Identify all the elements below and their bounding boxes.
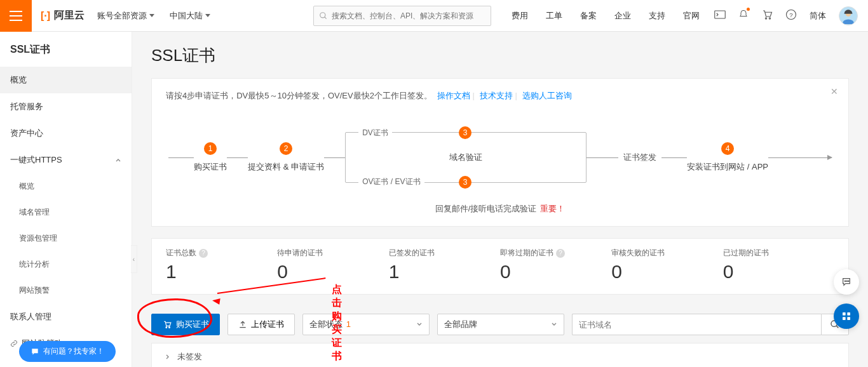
- user-avatar[interactable]: [839, 6, 858, 25]
- float-chat-icon[interactable]: [834, 269, 859, 295]
- brand-name: 阿里云: [54, 9, 85, 22]
- step-number-icon: 4: [721, 142, 734, 155]
- sidebar: SSL证书 概览 托管服务 资产中心 一键式HTTPS 概览 域名管理 资源包管…: [0, 32, 132, 367]
- page-title: SSL证书: [151, 44, 849, 67]
- caret-down-icon: [149, 14, 154, 17]
- topnav-icp[interactable]: 备案: [571, 10, 606, 22]
- cloudshell-icon[interactable]: [714, 10, 726, 21]
- action-bar: 购买证书 上传证书 全部状态 1 全部品牌: [151, 314, 849, 335]
- svg-point-17: [846, 281, 847, 281]
- stat-total: 证书总数?1: [166, 248, 277, 283]
- region-dropdown[interactable]: 中国大陆: [162, 10, 218, 22]
- intro-card: ✕ 请按4步申请证书，DV最快5～10分钟签发，OV/EV最快2个工作日签发。 …: [151, 78, 849, 227]
- svg-rect-20: [847, 312, 850, 316]
- sidebar-item-assets[interactable]: 资产中心: [0, 120, 132, 147]
- brand-logo[interactable]: [·] 阿里云: [32, 9, 90, 22]
- flow-step-4: 4 安装证书到网站 / APP: [687, 142, 768, 173]
- float-apps-icon[interactable]: [834, 304, 859, 329]
- account-scope-dropdown[interactable]: 账号全部资源: [90, 10, 162, 22]
- sidebar-title: SSL证书: [0, 32, 132, 67]
- top-nav: 费用 工单 备案 企业 支持 官网: [503, 10, 709, 22]
- svg-rect-2: [10, 20, 22, 21]
- sidebar-item-https[interactable]: 一键式HTTPS: [0, 147, 132, 173]
- flow-diagram: 1 购买证书 2 提交资料 & 申请证书 DV证书 3 域名验证 OV证书 / …: [166, 132, 834, 189]
- buy-cert-button[interactable]: 购买证书: [151, 314, 220, 335]
- svg-point-11: [843, 19, 853, 24]
- help-icon[interactable]: ?: [785, 9, 797, 22]
- main-content: SSL证书 ✕ 请按4步申请证书，DV最快5～10分钟签发，OV/EV最快2个工…: [132, 32, 868, 367]
- stats-card: 证书总数?1 待申请的证书0 已签发的证书1 即将过期的证书?0 审核失败的证书…: [151, 238, 849, 295]
- intro-link-support[interactable]: 技术支持: [480, 91, 513, 100]
- stat-pending: 待申请的证书0: [277, 248, 388, 283]
- intro-text: 请按4步申请证书，DV最快5～10分钟签发，OV/EV最快2个工作日签发。 操作…: [166, 90, 834, 102]
- svg-rect-1: [10, 15, 22, 17]
- step-number-icon: 1: [204, 142, 217, 155]
- help-icon[interactable]: ?: [556, 249, 565, 258]
- svg-rect-5: [715, 11, 726, 18]
- flow-branch-bottom-text: 回复邮件/接听电话完成验证重要！: [166, 203, 834, 215]
- step-number-icon: 2: [280, 142, 292, 155]
- cert-search-input[interactable]: [572, 314, 821, 335]
- sidebar-sub-package[interactable]: 资源包管理: [0, 225, 132, 251]
- arrow-icon: [827, 155, 832, 160]
- stat-expiring: 即将过期的证书?0: [500, 248, 611, 283]
- help-icon[interactable]: ?: [199, 249, 208, 258]
- step-number-icon: 3: [459, 176, 471, 189]
- link-icon: [10, 340, 18, 347]
- svg-rect-21: [843, 317, 846, 320]
- caret-down-icon: [205, 14, 210, 17]
- svg-point-18: [848, 281, 849, 281]
- svg-point-6: [765, 18, 766, 19]
- sidebar-sub-stats[interactable]: 统计分析: [0, 251, 132, 277]
- lang-switch[interactable]: 简体: [810, 10, 826, 22]
- topnav-enterprise[interactable]: 企业: [606, 10, 640, 22]
- intro-link-docs[interactable]: 操作文档: [437, 91, 470, 100]
- cert-search: [572, 314, 849, 335]
- topnav-billing[interactable]: 费用: [503, 10, 537, 22]
- chevron-down-icon: [551, 321, 557, 328]
- svg-point-16: [844, 281, 845, 281]
- global-search[interactable]: [313, 6, 491, 26]
- upload-icon: [238, 320, 247, 329]
- svg-rect-22: [847, 317, 850, 320]
- stat-failed: 审核失败的证书0: [611, 248, 722, 283]
- intro-link-consult[interactable]: 选购人工咨询: [522, 91, 572, 100]
- top-icons: ? 简体: [714, 6, 868, 25]
- sidebar-item-overview[interactable]: 概览: [0, 67, 132, 93]
- flow-step-2: 2 提交资料 & 申请证书: [248, 142, 324, 173]
- svg-text:?: ?: [789, 11, 793, 18]
- sidebar-sub-overview[interactable]: 概览: [0, 173, 132, 199]
- svg-rect-0: [10, 11, 22, 12]
- topnav-ticket[interactable]: 工单: [537, 10, 571, 22]
- global-search-input[interactable]: [332, 11, 485, 20]
- close-icon[interactable]: ✕: [831, 86, 838, 97]
- sidebar-sub-alert[interactable]: 网站预警: [0, 277, 132, 304]
- sidebar-sub-domain[interactable]: 域名管理: [0, 199, 132, 225]
- stat-issued: 已签发的证书1: [389, 248, 500, 283]
- cart-icon[interactable]: [761, 9, 773, 22]
- cart-icon: [162, 320, 172, 329]
- sidebar-item-hosting[interactable]: 托管服务: [0, 93, 132, 120]
- svg-rect-19: [843, 312, 846, 316]
- svg-line-4: [325, 17, 327, 18]
- hamburger-icon: [10, 11, 22, 21]
- help-expert-button[interactable]: 有问题？找专家！: [19, 341, 116, 362]
- chat-icon: [31, 347, 39, 356]
- flow-step-1: 1 购买证书: [194, 142, 227, 173]
- topnav-home[interactable]: 官网: [674, 10, 709, 22]
- flow-branch: DV证书 3 域名验证 OV证书 / EV证书 3: [345, 132, 587, 183]
- search-icon: [319, 11, 328, 20]
- bell-icon[interactable]: [738, 9, 749, 22]
- brand-filter-select[interactable]: 全部品牌: [437, 314, 564, 335]
- sidebar-item-contacts[interactable]: 联系人管理: [0, 304, 132, 330]
- svg-point-13: [169, 327, 170, 328]
- stat-expired: 已过期的证书0: [723, 248, 834, 283]
- accordion-unsigned[interactable]: 未签发: [151, 343, 849, 367]
- svg-point-12: [166, 327, 167, 328]
- hamburger-menu[interactable]: [0, 0, 32, 32]
- status-filter-select[interactable]: 全部状态 1: [302, 314, 430, 335]
- topnav-support[interactable]: 支持: [640, 10, 674, 22]
- step-number-icon: 3: [459, 126, 471, 139]
- logo-bracket-icon: [·]: [41, 10, 50, 22]
- upload-cert-button[interactable]: 上传证书: [227, 314, 295, 335]
